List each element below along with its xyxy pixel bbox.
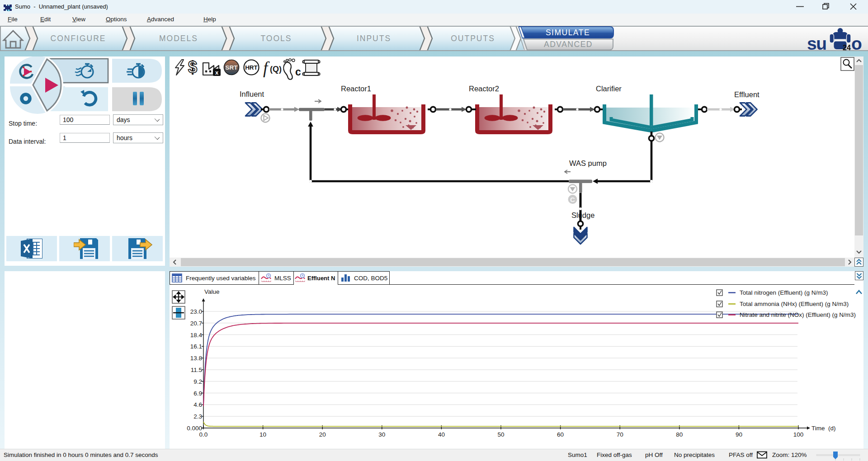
svg-text:13.8: 13.8 xyxy=(190,355,202,362)
svg-text:30: 30 xyxy=(378,431,385,438)
svg-text:Sludge: Sludge xyxy=(571,211,594,219)
svg-text:TOOLS: TOOLS xyxy=(260,34,292,43)
svg-text:OUTPUTS: OUTPUTS xyxy=(451,34,495,43)
svg-text:Influent: Influent xyxy=(240,90,264,98)
svg-text:x: x xyxy=(215,69,219,76)
svg-text:HRT: HRT xyxy=(245,64,258,71)
svg-text:WAS pump: WAS pump xyxy=(569,159,607,167)
svg-text:9.2: 9.2 xyxy=(193,378,202,385)
svg-text:ADVANCED: ADVANCED xyxy=(544,40,593,49)
svg-text:Reactor2: Reactor2 xyxy=(469,85,499,93)
svg-text:60: 60 xyxy=(557,431,564,438)
svg-text:24: 24 xyxy=(843,44,851,51)
svg-text:Nitrate and nitrite (NOx) (Eff: Nitrate and nitrite (NOx) (Effluent) (g … xyxy=(740,311,856,318)
svg-text:80: 80 xyxy=(676,431,683,438)
svg-text:10: 10 xyxy=(259,431,266,438)
svg-text:40: 40 xyxy=(438,431,445,438)
svg-text:Effluent: Effluent xyxy=(734,90,760,99)
svg-text:INPUTS: INPUTS xyxy=(357,34,391,43)
svg-text:C: C xyxy=(570,196,575,203)
svg-text:(Q): (Q) xyxy=(270,65,282,74)
svg-text:Reactor1: Reactor1 xyxy=(341,85,371,93)
svg-text:20: 20 xyxy=(319,431,326,438)
svg-text:Clarifier: Clarifier xyxy=(596,85,622,93)
svg-text:MODELS: MODELS xyxy=(159,34,198,43)
svg-text:c: c xyxy=(295,66,301,78)
svg-text:Total ammonia (NHx) (Effluent): Total ammonia (NHx) (Effluent) (g N/m3) xyxy=(740,301,849,307)
svg-text:70: 70 xyxy=(617,431,623,438)
svg-text:100: 100 xyxy=(793,431,804,438)
svg-text:su: su xyxy=(807,34,826,51)
svg-text:SIMULATE: SIMULATE xyxy=(546,28,590,37)
svg-text:0.000: 0.000 xyxy=(187,425,202,432)
svg-text:CONFIGURE: CONFIGURE xyxy=(51,34,106,43)
svg-text:Time (d): Time (d) xyxy=(811,425,836,432)
svg-text:Value: Value xyxy=(204,288,220,295)
svg-text:$: $ xyxy=(188,58,197,76)
svg-text:4.6: 4.6 xyxy=(193,401,202,408)
svg-text:16.1: 16.1 xyxy=(190,343,202,350)
svg-text:6.9: 6.9 xyxy=(193,390,202,397)
svg-text:2.3: 2.3 xyxy=(193,413,202,420)
svg-text:90: 90 xyxy=(736,431,742,438)
svg-text:0.0: 0.0 xyxy=(199,431,208,438)
svg-text:23.0: 23.0 xyxy=(190,308,202,315)
svg-text:11.5: 11.5 xyxy=(191,367,202,373)
svg-text:18.4: 18.4 xyxy=(190,332,203,339)
svg-text:SRT: SRT xyxy=(226,64,238,71)
svg-text:20.7: 20.7 xyxy=(190,320,202,327)
svg-text:Total nitrogen (Effluent) (g N: Total nitrogen (Effluent) (g N/m3) xyxy=(740,289,828,296)
svg-text:f: f xyxy=(263,59,270,77)
svg-text:o: o xyxy=(851,34,862,51)
svg-text:50: 50 xyxy=(497,431,504,438)
